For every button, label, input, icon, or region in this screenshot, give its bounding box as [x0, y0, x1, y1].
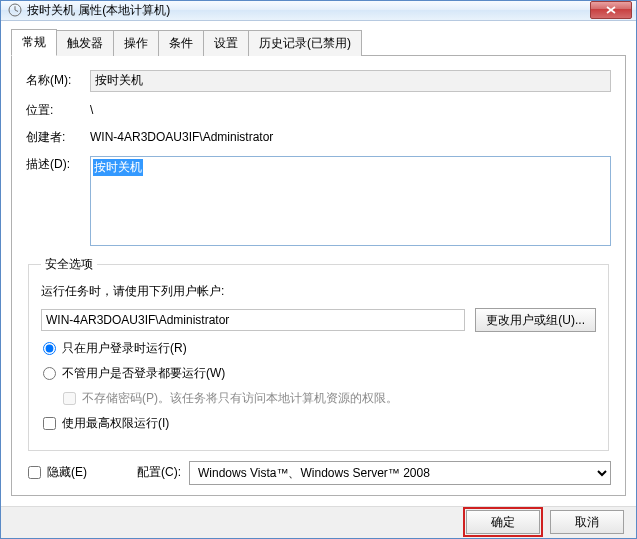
checkbox-no-password: 不存储密码(P)。该任务将只有访问本地计算机资源的权限。 — [63, 390, 596, 407]
tab-panel-general: 名称(M): 位置: \ 创建者: WIN-4AR3DOAU3IF\Admini… — [11, 55, 626, 496]
value-location: \ — [90, 103, 611, 117]
label-description: 描述(D): — [26, 156, 90, 173]
row-bottom: 隐藏(E) 配置(C): Windows Vista™、Windows Serv… — [26, 461, 611, 485]
label-creator: 创建者: — [26, 129, 90, 146]
label-name: 名称(M): — [26, 72, 90, 89]
checkbox-hidden-input[interactable] — [28, 466, 41, 479]
dialog-footer: 确定 取消 — [1, 506, 636, 538]
label-run-as: 运行任务时，请使用下列用户帐户: — [41, 283, 596, 300]
window-title: 按时关机 属性(本地计算机) — [27, 2, 590, 19]
fieldset-security: 安全选项 运行任务时，请使用下列用户帐户: 更改用户或组(U)... 只在用户登… — [28, 256, 609, 451]
tab-general[interactable]: 常规 — [11, 29, 57, 56]
change-user-button[interactable]: 更改用户或组(U)... — [475, 308, 596, 332]
checkbox-hidden[interactable]: 隐藏(E) — [26, 464, 87, 481]
value-creator: WIN-4AR3DOAU3IF\Administrator — [90, 130, 611, 144]
radio-logged-on-label: 只在用户登录时运行(R) — [62, 340, 187, 357]
textarea-description[interactable]: 按时关机 — [90, 156, 611, 246]
checkbox-no-password-label: 不存储密码(P)。该任务将只有访问本地计算机资源的权限。 — [82, 390, 398, 407]
close-button[interactable] — [590, 1, 632, 19]
checkbox-highest-priv-label: 使用最高权限运行(I) — [62, 415, 169, 432]
row-location: 位置: \ — [26, 102, 611, 119]
checkbox-highest-priv-input[interactable] — [43, 417, 56, 430]
label-config: 配置(C): — [137, 464, 181, 481]
description-selection: 按时关机 — [93, 159, 143, 176]
row-name: 名称(M): — [26, 70, 611, 92]
row-creator: 创建者: WIN-4AR3DOAU3IF\Administrator — [26, 129, 611, 146]
content-area: 常规 触发器 操作 条件 设置 历史记录(已禁用) 名称(M): 位置: \ 创… — [1, 21, 636, 506]
radio-any[interactable]: 不管用户是否登录都要运行(W) — [41, 365, 596, 382]
tab-history[interactable]: 历史记录(已禁用) — [248, 30, 362, 56]
legend-security: 安全选项 — [41, 256, 97, 273]
row-account: 更改用户或组(U)... — [41, 308, 596, 332]
checkbox-hidden-label: 隐藏(E) — [47, 464, 87, 481]
radio-any-label: 不管用户是否登录都要运行(W) — [62, 365, 225, 382]
close-icon — [606, 6, 616, 14]
tab-action[interactable]: 操作 — [113, 30, 159, 56]
input-name[interactable] — [90, 70, 611, 92]
radio-logged-on-input[interactable] — [43, 342, 56, 355]
cancel-button[interactable]: 取消 — [550, 510, 624, 534]
checkbox-highest-priv[interactable]: 使用最高权限运行(I) — [41, 415, 596, 432]
row-description: 描述(D): 按时关机 — [26, 156, 611, 246]
input-account[interactable] — [41, 309, 465, 331]
tab-trigger[interactable]: 触发器 — [56, 30, 114, 56]
svg-line-2 — [15, 10, 18, 12]
label-location: 位置: — [26, 102, 90, 119]
tab-strip: 常规 触发器 操作 条件 设置 历史记录(已禁用) — [11, 29, 626, 56]
checkbox-no-password-input — [63, 392, 76, 405]
select-config[interactable]: Windows Vista™、Windows Server™ 2008 — [189, 461, 611, 485]
ok-button[interactable]: 确定 — [466, 510, 540, 534]
radio-logged-on[interactable]: 只在用户登录时运行(R) — [41, 340, 596, 357]
radio-any-input[interactable] — [43, 367, 56, 380]
tab-condition[interactable]: 条件 — [158, 30, 204, 56]
tab-setting[interactable]: 设置 — [203, 30, 249, 56]
dialog-window: 按时关机 属性(本地计算机) 常规 触发器 操作 条件 设置 历史记录(已禁用)… — [0, 0, 637, 539]
clock-icon — [7, 2, 23, 18]
titlebar: 按时关机 属性(本地计算机) — [1, 1, 636, 21]
